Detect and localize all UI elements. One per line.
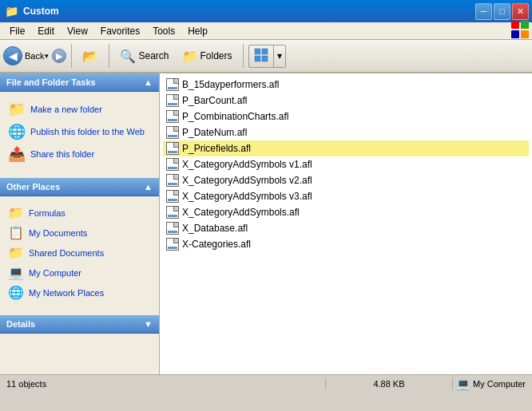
close-button[interactable]: ✕ [512, 3, 529, 20]
my-computer-item[interactable]: 💻 My Computer [5, 263, 154, 283]
folders-button[interactable]: 📁 Folders [177, 45, 238, 67]
left-panel: File and Folder Tasks ▲ 📁 Make a new fol… [0, 73, 160, 374]
object-count: 11 objects [6, 379, 322, 389]
share-folder-item[interactable]: 📤 Share this folder [5, 143, 154, 165]
my-network-places-label: My Network Places [29, 288, 104, 298]
menu-edit[interactable]: Edit [31, 24, 61, 38]
folders-label[interactable]: Folders [200, 50, 232, 61]
window-icon: 📁 [5, 5, 18, 18]
forward-button[interactable]: ▶ [52, 49, 66, 63]
views-icon[interactable] [249, 45, 274, 67]
afl-file-icon [166, 238, 179, 251]
file-folder-tasks-content: 📁 Make a new folder 🌐 Publish this folde… [0, 92, 159, 172]
file-name: P_BarCount.afl [182, 95, 247, 106]
file-name: X_Database.afl [182, 223, 248, 234]
afl-file-icon [166, 190, 179, 203]
file-item[interactable]: X_CategoryAddSymbols v2.afl [163, 172, 529, 188]
file-item[interactable]: P_DateNum.afl [163, 124, 529, 140]
svg-rect-0 [511, 21, 519, 29]
file-name: X_CategoryAddSymbols v3.afl [182, 191, 312, 202]
my-network-places-item[interactable]: 🌐 My Network Places [5, 283, 154, 302]
afl-file-icon [166, 78, 179, 91]
afl-file-icon [166, 110, 179, 123]
search-label[interactable]: Search [138, 50, 169, 61]
file-item[interactable]: P_CombinationCharts.afl [163, 109, 529, 124]
back-arrow-icon[interactable]: ◀ [3, 46, 22, 65]
shared-documents-icon: 📁 [8, 245, 24, 260]
views-dropdown-arrow[interactable]: ▾ [274, 48, 285, 64]
menu-favorites[interactable]: Favorites [94, 24, 146, 38]
formulas-label: Formulas [29, 208, 66, 218]
afl-file-icon [166, 174, 179, 187]
views-button[interactable]: ▾ [248, 45, 286, 68]
back-button-group[interactable]: ◀ Back ▾ [3, 46, 49, 65]
other-places-header[interactable]: Other Places ▲ [0, 178, 159, 196]
make-new-folder-icon: 📁 [8, 101, 26, 118]
publish-folder-icon: 🌐 [8, 123, 26, 140]
file-name: X_CategoryAddSymbols v1.afl [182, 159, 312, 170]
afl-file-icon [166, 126, 179, 139]
file-list[interactable]: B_15dayperformers.aflP_BarCount.aflP_Com… [160, 73, 532, 374]
file-item[interactable]: X_CategoryAddSymbols v1.afl [163, 156, 529, 172]
file-folder-tasks-header[interactable]: File and Folder Tasks ▲ [0, 73, 159, 92]
svg-rect-2 [511, 30, 519, 38]
publish-folder-label: Publish this folder to the Web [30, 127, 145, 136]
folders-icon: 📁 [182, 49, 198, 64]
main-content: File and Folder Tasks ▲ 📁 Make a new fol… [0, 73, 532, 374]
winxp-logo [511, 21, 529, 41]
file-name: P_Pricefields.afl [182, 143, 251, 154]
file-folder-tasks-label: File and Folder Tasks [6, 77, 96, 87]
search-button[interactable]: 🔍 Search [114, 45, 174, 67]
window-title: Custom [23, 6, 59, 17]
file-item[interactable]: X_CategoryAddSymbols v3.afl [163, 188, 529, 204]
file-folder-tasks-section: File and Folder Tasks ▲ 📁 Make a new fol… [0, 73, 159, 172]
share-folder-icon: 📤 [8, 145, 26, 163]
file-item[interactable]: P_BarCount.afl [163, 93, 529, 109]
shared-documents-item[interactable]: 📁 Shared Documents [5, 243, 154, 263]
back-label[interactable]: Back [25, 51, 44, 61]
details-header[interactable]: Details ▼ [0, 315, 159, 334]
afl-file-icon [166, 206, 179, 219]
my-documents-label: My Documents [29, 228, 87, 238]
my-network-places-icon: 🌐 [8, 285, 24, 300]
toolbar-sep-3 [243, 44, 244, 68]
file-item[interactable]: B_15dayperformers.afl [163, 77, 529, 93]
up-button[interactable]: 📂 [77, 45, 104, 67]
afl-file-icon [166, 158, 179, 171]
svg-rect-1 [521, 21, 529, 29]
menu-tools[interactable]: Tools [146, 24, 181, 38]
file-name: B_15dayperformers.afl [182, 79, 279, 90]
up-icon: 📂 [82, 49, 98, 64]
back-dropdown-arrow[interactable]: ▾ [45, 52, 49, 60]
toolbar-sep-2 [109, 44, 109, 68]
file-name: P_DateNum.afl [182, 127, 247, 138]
status-sep-1 [325, 378, 326, 389]
publish-folder-item[interactable]: 🌐 Publish this folder to the Web [5, 121, 154, 143]
make-new-folder-item[interactable]: 📁 Make a new folder [5, 98, 154, 121]
menu-view[interactable]: View [61, 24, 94, 38]
my-computer-label: My Computer [29, 268, 81, 278]
svg-rect-6 [255, 56, 260, 61]
file-item[interactable]: X_CategoryAddSymbols.afl [163, 204, 529, 220]
formulas-item[interactable]: 📁 Formulas [5, 203, 154, 223]
minimize-button[interactable]: ─ [475, 3, 492, 20]
svg-rect-7 [262, 56, 268, 61]
other-places-label: Other Places [6, 182, 60, 192]
title-bar: 📁 Custom ─ □ ✕ [0, 0, 532, 22]
toolbar: ◀ Back ▾ ▶ 📂 🔍 Search 📁 Folders ▾ [0, 40, 532, 73]
my-documents-item[interactable]: 📋 My Documents [5, 223, 154, 243]
file-item[interactable]: X-Categories.afl [163, 236, 529, 252]
file-item[interactable]: X_Database.afl [163, 220, 529, 236]
details-chevron: ▼ [144, 319, 153, 329]
details-section: Details ▼ [0, 315, 159, 334]
toolbar-sep-1 [71, 44, 72, 68]
maximize-button[interactable]: □ [494, 3, 510, 20]
menu-help[interactable]: Help [181, 24, 214, 38]
menu-file[interactable]: File [3, 24, 31, 38]
other-places-content: 📁 Formulas 📋 My Documents 📁 Shared Docum… [0, 196, 159, 309]
file-item[interactable]: P_Pricefields.afl [163, 140, 529, 156]
svg-rect-3 [521, 30, 529, 38]
file-name: X_CategoryAddSymbols.afl [182, 207, 300, 218]
file-size: 4.88 KB [329, 379, 449, 389]
shared-documents-label: Shared Documents [29, 248, 104, 258]
